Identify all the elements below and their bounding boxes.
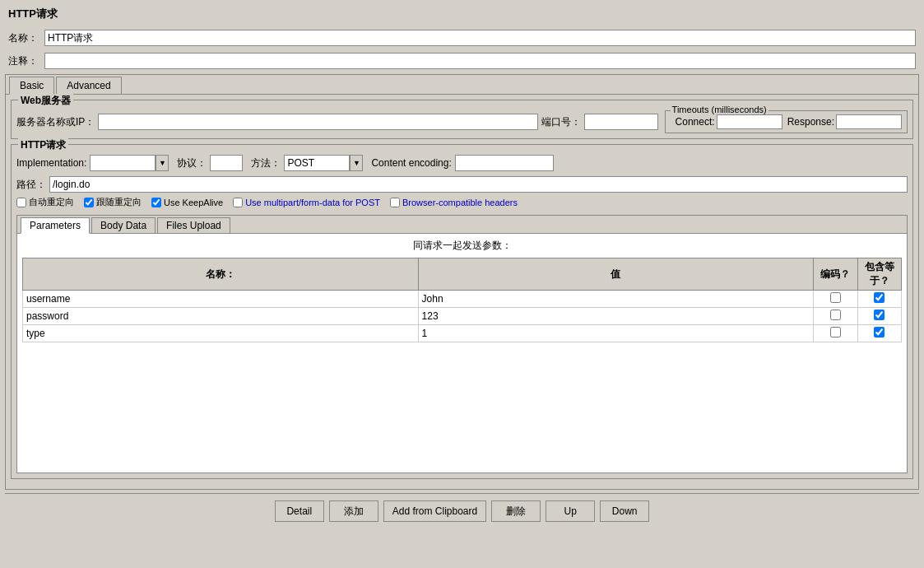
tab-files-upload[interactable]: Files Upload [157, 217, 230, 233]
params-title: 同请求一起发送参数： [22, 239, 902, 253]
comment-row: 注释： [5, 51, 919, 71]
cb-browser-headers-label: Browser-compatible headers [402, 198, 518, 207]
response-label: Response: [787, 116, 834, 128]
server-input[interactable] [98, 114, 537, 130]
cb-browser-headers[interactable]: Browser-compatible headers [390, 198, 518, 207]
method-group: 方法： ▼ [251, 155, 363, 171]
outer-tabs-container: Basic Advanced Web服务器 服务器名称或IP： 端口号： Tim… [5, 74, 919, 490]
table-row: username John [23, 291, 902, 308]
cb-keepalive[interactable]: Use KeepAlive [151, 198, 223, 207]
checkbox-row: 自动重定向 跟随重定向 Use KeepAlive Use multipart/… [16, 196, 908, 208]
method-dropdown-btn[interactable]: ▼ [350, 155, 363, 171]
protocol-group: 协议： [177, 155, 243, 171]
row2-encode-cb[interactable] [830, 310, 841, 320]
tab-basic[interactable]: Basic [9, 77, 54, 95]
path-input[interactable] [49, 176, 908, 193]
cb-follow-redirect-input[interactable] [84, 198, 94, 207]
up-button[interactable]: Up [546, 500, 595, 522]
path-row: 路径： [16, 176, 908, 193]
params-table: 名称： 值 编码？ 包含等于？ username John [22, 258, 902, 342]
implementation-input[interactable] [90, 155, 156, 171]
row1-include-cb[interactable] [874, 292, 885, 303]
tab-advanced[interactable]: Advanced [56, 77, 121, 94]
add-from-clipboard-button[interactable]: Add from Clipboard [383, 500, 486, 522]
tab-body-data[interactable]: Body Data [91, 217, 156, 233]
name-input[interactable] [44, 30, 916, 46]
cb-follow-redirect-label: 跟随重定向 [96, 196, 142, 208]
content-encoding-input[interactable] [455, 155, 554, 171]
name-label: 名称： [8, 31, 41, 45]
comment-input[interactable] [44, 53, 916, 69]
timeouts-box: Timeouts (milliseconds) Connect: Respons… [665, 110, 908, 133]
delete-button[interactable]: 删除 [491, 500, 541, 522]
row1-encode-cb[interactable] [830, 292, 841, 303]
server-label: 服务器名称或IP： [16, 115, 95, 129]
row2-value: 123 [418, 308, 814, 325]
detail-button[interactable]: Detail [275, 500, 324, 522]
port-input[interactable] [584, 114, 658, 130]
cb-auto-redirect-input[interactable] [16, 198, 26, 207]
table-row: password 123 [23, 308, 902, 325]
implementation-label: Implementation: [16, 157, 86, 169]
add-button[interactable]: 添加 [329, 500, 378, 522]
implementation-dropdown-btn[interactable]: ▼ [156, 155, 169, 171]
parameters-content: 同请求一起发送参数： 名称： 值 编码？ 包含等于？ [17, 234, 907, 473]
row3-encode-cb[interactable] [830, 327, 841, 338]
cb-keepalive-label: Use KeepAlive [164, 198, 223, 207]
implementation-group: Implementation: ▼ [16, 155, 169, 171]
http-request-title: HTTP请求 [18, 138, 68, 152]
bottom-bar: Detail 添加 Add from Clipboard 删除 Up Down [5, 493, 919, 528]
table-row: type 1 [23, 325, 902, 342]
col-encode: 编码？ [814, 258, 857, 291]
row3-value: 1 [418, 325, 814, 342]
row1-include[interactable] [857, 291, 901, 308]
row1-name: username [23, 291, 419, 308]
down-button[interactable]: Down [600, 500, 649, 522]
comment-label: 注释： [8, 54, 41, 68]
row1-encode[interactable] [814, 291, 857, 308]
col-value: 值 [418, 258, 814, 291]
row1-value: John [418, 291, 814, 308]
cb-follow-redirect[interactable]: 跟随重定向 [84, 196, 142, 208]
row2-include-cb[interactable] [874, 310, 885, 320]
path-label: 路径： [16, 178, 46, 192]
connect-field: Connect: [676, 114, 782, 129]
http-request-group: HTTP请求 Implementation: ▼ 协议： [11, 144, 913, 479]
http-row1: Implementation: ▼ 协议： 方法： [16, 155, 908, 171]
cb-multipart[interactable]: Use multipart/form-data for POST [233, 198, 380, 207]
protocol-label: 协议： [177, 156, 207, 170]
method-label: 方法： [251, 156, 281, 170]
web-server-group: Web服务器 服务器名称或IP： 端口号： Timeouts (millisec… [11, 100, 913, 139]
web-server-title: Web服务器 [18, 94, 73, 108]
row3-include-cb[interactable] [874, 327, 885, 338]
main-window: HTTP请求 名称： 注释： Basic Advanced Web服务器 服务器… [0, 0, 924, 568]
row2-encode[interactable] [814, 308, 857, 325]
method-input[interactable] [284, 155, 350, 171]
inner-tabs-header: Parameters Body Data Files Upload [17, 216, 907, 234]
response-field: Response: [787, 114, 902, 129]
cb-keepalive-input[interactable] [151, 198, 161, 207]
content-encoding-label: Content encoding: [371, 157, 451, 169]
row3-encode[interactable] [814, 325, 857, 342]
cb-browser-headers-input[interactable] [390, 198, 400, 207]
cb-auto-redirect[interactable]: 自动重定向 [16, 196, 74, 208]
outer-tabs-header: Basic Advanced [6, 75, 918, 95]
web-server-row: 服务器名称或IP： 端口号： Timeouts (milliseconds) C… [16, 110, 908, 133]
name-row: 名称： [5, 28, 919, 48]
web-server-main: 服务器名称或IP： 端口号： [16, 114, 658, 130]
inner-tabs-container: Parameters Body Data Files Upload 同请求一起发… [16, 215, 908, 473]
col-include: 包含等于？ [857, 258, 901, 291]
connect-label: Connect: [676, 116, 715, 128]
connect-input[interactable] [717, 114, 782, 129]
cb-multipart-input[interactable] [233, 198, 243, 207]
col-name: 名称： [23, 258, 419, 291]
row2-include[interactable] [857, 308, 901, 325]
row3-include[interactable] [857, 325, 901, 342]
protocol-input[interactable] [210, 155, 243, 171]
response-input[interactable] [836, 114, 902, 129]
row2-name: password [23, 308, 419, 325]
outer-tabs-content: Web服务器 服务器名称或IP： 端口号： Timeouts (millisec… [6, 95, 918, 489]
implementation-select: ▼ [90, 155, 169, 171]
window-title: HTTP请求 [5, 5, 919, 23]
tab-parameters[interactable]: Parameters [21, 217, 90, 234]
